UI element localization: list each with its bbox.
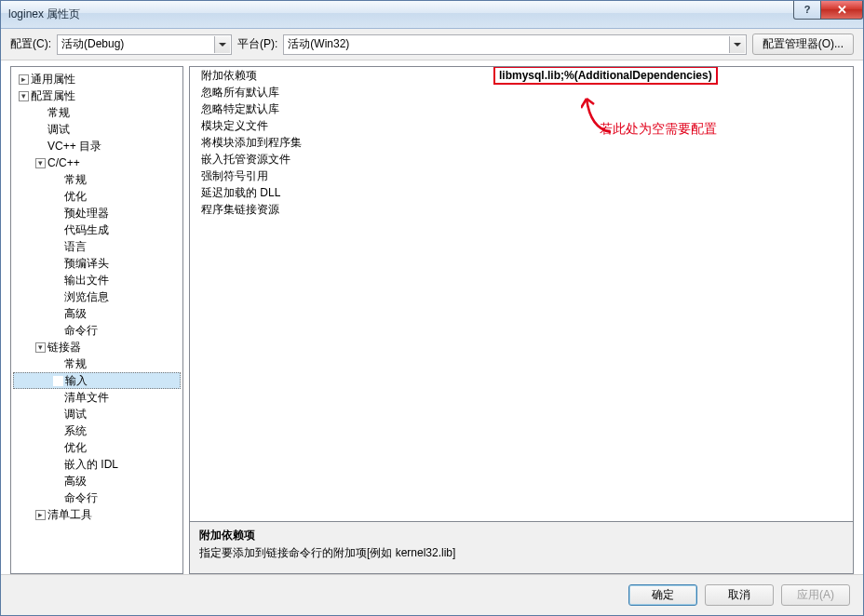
platform-select[interactable]: 活动(Win32) (283, 34, 746, 55)
spacer (52, 275, 62, 286)
config-select[interactable]: 活动(Debug) (57, 34, 232, 55)
tree-item[interactable]: 输出文件 (13, 272, 181, 288)
property-grid[interactable]: 附加依赖项libmysql.lib;%(AdditionalDependenci… (189, 66, 854, 522)
close-button[interactable]: ✕ (820, 1, 863, 20)
spacer (35, 141, 46, 152)
tree-item[interactable]: 嵌入的 IDL (13, 456, 181, 473)
tree-item[interactable]: 输入 (13, 372, 181, 389)
spacer (52, 493, 62, 503)
spacer (52, 309, 62, 319)
tree-item[interactable]: 优化 (13, 439, 181, 456)
tree-item-label: 语言 (64, 239, 87, 255)
spacer (52, 225, 62, 235)
platform-label: 平台(P): (237, 36, 277, 52)
cancel-button[interactable]: 取消 (705, 584, 774, 606)
property-name: 嵌入托管资源文件 (190, 152, 488, 167)
config-manager-button[interactable]: 配置管理器(O)... (752, 33, 854, 55)
property-name: 强制符号引用 (190, 168, 488, 184)
tree-item-label: 嵌入的 IDL (64, 457, 118, 473)
tree-item[interactable]: 高级 (13, 305, 181, 322)
tree-item-label: 命令行 (64, 490, 98, 506)
tree-item-label: 清单工具 (47, 507, 92, 523)
expand-icon[interactable]: ▸ (19, 74, 29, 85)
right-pane: 附加依赖项libmysql.lib;%(AdditionalDependenci… (189, 66, 854, 574)
spacer (52, 259, 62, 269)
tree-item[interactable]: 语言 (13, 238, 181, 255)
tree-item[interactable]: 命令行 (13, 322, 181, 339)
tree-item[interactable]: 命令行 (13, 489, 181, 506)
tree-item-label: 调试 (47, 122, 70, 138)
platform-value: 活动(Win32) (288, 36, 349, 52)
chevron-down-icon[interactable] (214, 36, 230, 53)
property-value[interactable]: libmysql.lib;%(AdditionalDependencies) (488, 69, 853, 82)
property-row[interactable]: 嵌入托管资源文件 (190, 151, 853, 167)
grid-rows: 附加依赖项libmysql.lib;%(AdditionalDependenci… (190, 67, 853, 218)
spacer (52, 476, 62, 487)
collapse-icon[interactable]: ▾ (35, 342, 46, 353)
tree-item-label: 常规 (64, 356, 87, 372)
spacer (52, 409, 62, 420)
tree-item[interactable]: ▾配置属性 (13, 87, 181, 104)
description-pane: 附加依赖项 指定要添加到链接命令行的附加项[例如 kernel32.lib] (189, 522, 854, 574)
tree-item-label: 系统 (64, 423, 87, 439)
tree-item-label: 调试 (64, 407, 87, 422)
spacer (52, 192, 62, 202)
property-row[interactable]: 强制符号引用 (190, 167, 853, 184)
tree-item[interactable]: ▾链接器 (13, 339, 181, 355)
tree-item-label: 预编译头 (64, 256, 109, 272)
help-button[interactable]: ? (793, 1, 821, 20)
property-row[interactable]: 延迟加载的 DLL (190, 184, 853, 201)
tree-item-label: 代码生成 (64, 222, 109, 238)
expand-icon[interactable]: ▸ (35, 510, 46, 520)
tree-item[interactable]: 调试 (13, 406, 181, 422)
tree-item-label: 高级 (64, 306, 87, 322)
highlighted-value: libmysql.lib;%(AdditionalDependencies) (493, 66, 718, 85)
tree-item[interactable]: 常规 (13, 104, 181, 121)
property-row[interactable]: 程序集链接资源 (190, 201, 853, 218)
ok-button[interactable]: 确定 (628, 584, 697, 606)
tree-item-label: C/C++ (47, 156, 80, 169)
tree-item-label: 预处理器 (64, 206, 109, 221)
collapse-icon[interactable]: ▾ (19, 91, 29, 101)
property-name: 附加依赖项 (190, 68, 488, 84)
spacer (52, 175, 62, 185)
tree-item-label: 通用属性 (31, 72, 75, 87)
property-name: 模块定义文件 (190, 118, 488, 134)
tree-item[interactable]: 高级 (13, 473, 181, 489)
tree-item-label: 输入 (65, 373, 88, 389)
tree-item[interactable]: 预处理器 (13, 205, 181, 221)
property-row[interactable]: 忽略所有默认库 (190, 84, 853, 100)
apply-button[interactable]: 应用(A) (781, 584, 850, 606)
tree-item[interactable]: 优化 (13, 188, 181, 205)
property-row[interactable]: 忽略特定默认库 (190, 100, 853, 117)
tree-item[interactable]: 预编译头 (13, 255, 181, 272)
dialog-window: loginex 属性页 ? ✕ 配置(C): 活动(Debug) 平台(P): … (0, 0, 864, 616)
tree-item[interactable]: 代码生成 (13, 221, 181, 238)
property-name: 延迟加载的 DLL (190, 185, 488, 201)
tree-item[interactable]: 系统 (13, 422, 181, 439)
window-controls: ? ✕ (793, 1, 863, 20)
tree-item[interactable]: ▸清单工具 (13, 506, 181, 523)
tree-item[interactable]: VC++ 目录 (13, 138, 181, 154)
tree-item[interactable]: 调试 (13, 121, 181, 138)
property-row[interactable]: 附加依赖项libmysql.lib;%(AdditionalDependenci… (190, 67, 853, 84)
tree-item[interactable]: 常规 (13, 171, 181, 188)
collapse-icon[interactable]: ▾ (35, 158, 46, 168)
description-title: 附加依赖项 (199, 528, 844, 543)
spacer (52, 393, 62, 403)
spacer (52, 242, 62, 252)
tree-pane[interactable]: ▸通用属性▾配置属性常规调试VC++ 目录▾C/C++常规优化预处理器代码生成语… (10, 66, 183, 574)
tree-item[interactable]: 浏览信息 (13, 288, 181, 305)
tree-item-label: 浏览信息 (64, 289, 109, 305)
property-row[interactable]: 将模块添加到程序集 (190, 134, 853, 151)
tree-item[interactable]: 清单文件 (13, 389, 181, 406)
property-row[interactable]: 模块定义文件 (190, 117, 853, 134)
chevron-down-icon[interactable] (729, 36, 745, 53)
tree-item[interactable]: ▾C/C++ (13, 154, 181, 171)
property-name: 忽略特定默认库 (190, 101, 488, 117)
spacer (35, 125, 46, 135)
main-area: ▸通用属性▾配置属性常规调试VC++ 目录▾C/C++常规优化预处理器代码生成语… (1, 60, 863, 574)
tree-item[interactable]: ▸通用属性 (13, 71, 181, 87)
tree-item[interactable]: 常规 (13, 355, 181, 372)
spacer (52, 208, 62, 219)
